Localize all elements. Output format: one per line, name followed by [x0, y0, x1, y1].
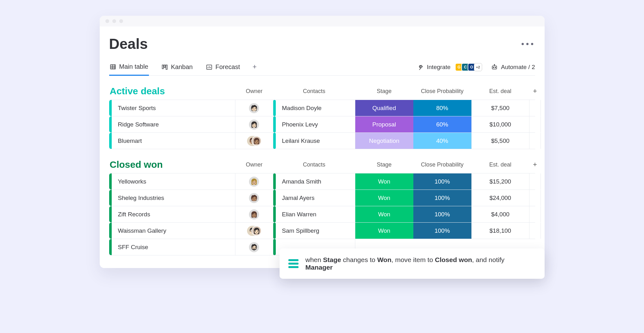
- table-row[interactable]: Sheleg Industries🧑🏽Jamal AyersWon100%$24…: [109, 190, 535, 206]
- group-title[interactable]: Closed won: [109, 159, 235, 170]
- close-probability-cell[interactable]: 40%: [413, 133, 471, 149]
- contact-cell[interactable]: Leilani Krause: [276, 133, 355, 149]
- est-deal-cell[interactable]: $24,000: [471, 190, 529, 206]
- column-header-owner[interactable]: Owner: [235, 88, 273, 95]
- column-header-stage[interactable]: Stage: [355, 88, 413, 95]
- stage-cell[interactable]: Won: [355, 190, 413, 206]
- contact-stripe: [273, 173, 276, 190]
- column-header-close-probability[interactable]: Close Probability: [413, 161, 471, 168]
- deal-name-cell[interactable]: Zift Records: [112, 206, 235, 222]
- stage-cell[interactable]: Qualified: [355, 100, 413, 116]
- view-tab-main-table[interactable]: Main table: [109, 61, 149, 76]
- contact-cell[interactable]: Amanda Smith: [276, 173, 355, 190]
- stage-cell[interactable]: Won: [355, 206, 413, 222]
- table-row[interactable]: Twister Sports🧑🏻Madison DoyleQualified80…: [109, 100, 535, 116]
- contact-cell[interactable]: Madison Doyle: [276, 100, 355, 116]
- column-header-contacts[interactable]: Contacts: [273, 88, 355, 95]
- add-view-button[interactable]: +: [253, 63, 257, 74]
- automation-toast[interactable]: when Stage changes to Won, move item to …: [280, 248, 545, 279]
- close-probability-cell[interactable]: 80%: [413, 100, 471, 116]
- close-probability-cell[interactable]: 100%: [413, 223, 471, 239]
- owner-cell[interactable]: 👩🏼: [235, 173, 273, 190]
- est-deal-cell[interactable]: $15,200: [471, 173, 529, 190]
- deal-name-cell[interactable]: Yelloworks: [112, 173, 235, 190]
- owner-avatar[interactable]: 🧑🏽: [249, 193, 259, 203]
- owner-cell[interactable]: 👨🏻👩🏻: [235, 223, 273, 239]
- window-dot: [105, 19, 109, 23]
- app-window: Deals Main table: [100, 16, 545, 268]
- table-row[interactable]: Waissman Gallery👨🏻👩🏻Sam SpillbergWon100%…: [109, 223, 535, 239]
- est-deal-cell[interactable]: $4,000: [471, 206, 529, 222]
- close-probability-cell[interactable]: 100%: [413, 173, 471, 190]
- row-end-cell: [529, 100, 541, 116]
- stage-cell[interactable]: Negotiation: [355, 133, 413, 149]
- integrate-button[interactable]: Integrate G C O +2: [417, 63, 482, 71]
- deal-name-cell[interactable]: Twister Sports: [112, 100, 235, 116]
- close-probability-cell[interactable]: 100%: [413, 190, 471, 206]
- contact-cell[interactable]: Jamal Ayers: [276, 190, 355, 206]
- owner-avatar[interactable]: 👨🏻👩🏻: [247, 226, 261, 236]
- contact-stripe: [273, 206, 276, 222]
- est-deal-cell[interactable]: $10,000: [471, 116, 529, 132]
- contact-cell[interactable]: Phoenix Levy: [276, 116, 355, 132]
- view-tab-forecast[interactable]: Forecast: [205, 61, 241, 75]
- column-header-contacts[interactable]: Contacts: [273, 161, 355, 168]
- add-column-button[interactable]: +: [529, 87, 541, 95]
- chart-icon: [206, 64, 212, 70]
- owner-cell[interactable]: 🧔🏻: [235, 239, 273, 255]
- deal-name-cell[interactable]: Sheleg Industries: [112, 190, 235, 206]
- owner-cell[interactable]: 👨🏽👩🏽: [235, 133, 273, 149]
- deal-name-cell[interactable]: Bluemart: [112, 133, 235, 149]
- svg-rect-6: [164, 65, 165, 67]
- deal-name-cell[interactable]: Ridge Software: [112, 116, 235, 132]
- owner-avatar[interactable]: 🧔🏻: [249, 242, 259, 252]
- est-deal-cell[interactable]: $18,100: [471, 223, 529, 239]
- group-closed-won: Closed won Owner Contacts Stage Close Pr…: [109, 159, 535, 255]
- owner-avatar[interactable]: 👨🏽👩🏽: [247, 136, 261, 146]
- column-header-owner[interactable]: Owner: [235, 161, 273, 168]
- view-tab-label: Forecast: [216, 63, 240, 71]
- svg-point-14: [495, 67, 496, 67]
- close-probability-cell[interactable]: 100%: [413, 206, 471, 222]
- owner-cell[interactable]: 🧑🏽: [235, 190, 273, 206]
- group-title[interactable]: Active deals: [109, 86, 235, 96]
- table-row[interactable]: Bluemart👨🏽👩🏽Leilani KrauseNegotiation40%…: [109, 133, 535, 149]
- table-row[interactable]: Yelloworks👩🏼Amanda SmithWon100%$15,200: [109, 173, 535, 190]
- view-tab-label: Main table: [119, 63, 148, 70]
- column-header-est-deal[interactable]: Est. deal: [471, 88, 529, 95]
- owner-avatar[interactable]: 👩🏼: [249, 177, 259, 187]
- est-deal-cell[interactable]: $7,500: [471, 100, 529, 116]
- table-row[interactable]: Zift Records👩🏽Elian WarrenWon100%$4,000: [109, 206, 535, 223]
- owner-avatar[interactable]: 👩🏻: [249, 120, 259, 130]
- more-options-button[interactable]: [522, 43, 535, 45]
- add-column-button[interactable]: +: [529, 161, 541, 169]
- contact-cell[interactable]: Elian Warren: [276, 206, 355, 222]
- table-row[interactable]: Ridge Software👩🏻Phoenix LevyProposal60%$…: [109, 116, 535, 133]
- window-titlebar: [100, 16, 545, 26]
- stage-cell[interactable]: Won: [355, 223, 413, 239]
- column-header-est-deal[interactable]: Est. deal: [471, 161, 529, 168]
- owner-cell[interactable]: 👩🏽: [235, 206, 273, 222]
- owner-avatar[interactable]: 👩🏽: [249, 209, 259, 219]
- contact-cell[interactable]: Sam Spillberg: [276, 223, 355, 239]
- stage-cell[interactable]: Won: [355, 173, 413, 190]
- stage-cell[interactable]: Proposal: [355, 116, 413, 132]
- column-header-stage[interactable]: Stage: [355, 161, 413, 168]
- row-end-cell: [529, 173, 541, 190]
- owner-cell[interactable]: 👩🏻: [235, 116, 273, 132]
- window-dot: [119, 19, 123, 23]
- deal-name-cell[interactable]: SFF Cruise: [112, 239, 235, 255]
- group-color-stripe: [109, 239, 112, 255]
- kanban-icon: [162, 64, 168, 70]
- column-header-close-probability[interactable]: Close Probability: [413, 88, 471, 95]
- deal-name-cell[interactable]: Waissman Gallery: [112, 223, 235, 239]
- robot-icon: [491, 64, 498, 71]
- owner-avatar[interactable]: 🧑🏻: [249, 103, 259, 113]
- automation-text: when Stage changes to Won, move item to …: [305, 256, 522, 271]
- est-deal-cell[interactable]: $5,500: [471, 133, 529, 149]
- owner-cell[interactable]: 🧑🏻: [235, 100, 273, 116]
- page-title: Deals: [109, 35, 148, 52]
- view-tab-kanban[interactable]: Kanban: [161, 61, 193, 75]
- close-probability-cell[interactable]: 60%: [413, 116, 471, 132]
- automate-button[interactable]: Automate / 2: [491, 64, 535, 71]
